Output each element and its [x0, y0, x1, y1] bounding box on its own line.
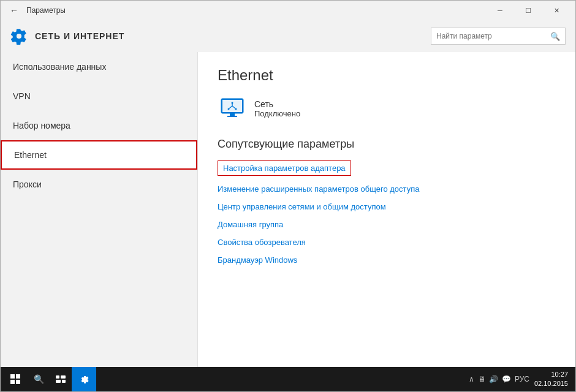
clock-time: 10:27: [534, 370, 568, 379]
tray-network-icon: 🖥: [478, 375, 485, 383]
back-button[interactable]: ←: [6, 2, 23, 19]
tray-arrow-icon[interactable]: ∧: [469, 375, 474, 383]
settings-taskbar-button[interactable]: [72, 367, 96, 391]
sidebar-item-label: Использование данных: [13, 62, 106, 72]
adapter-settings-link[interactable]: Настройка параметров адаптера: [218, 160, 351, 176]
network-status-row: Сеть Подключено: [218, 96, 556, 121]
clock-date: 02.10.2015: [534, 379, 568, 388]
sidebar-item-label: Прокси: [13, 179, 42, 189]
window: ← Параметры ─ ☐ ✕ СЕТЬ И ИНТЕРНЕТ 🔍 Испо…: [0, 0, 576, 392]
app-header: СЕТЬ И ИНТЕРНЕТ 🔍: [1, 20, 575, 52]
sidebar-item-ethernet[interactable]: Ethernet: [1, 140, 197, 170]
svg-rect-11: [16, 374, 20, 379]
page-title: Ethernet: [218, 67, 556, 84]
sidebar-item-data-usage[interactable]: Использование данных: [1, 52, 197, 81]
network-icon: [218, 96, 247, 121]
taskbar: 🔍 ∧ 🖥 🔊 💬 РУС 10:27 02.10.2015: [1, 367, 575, 391]
homegroup-link[interactable]: Домашняя группа: [218, 220, 556, 229]
search-icon: 🔍: [550, 32, 560, 41]
svg-rect-12: [10, 380, 15, 384]
sidebar-item-dial-up[interactable]: Набор номера: [1, 111, 197, 140]
firewall-link[interactable]: Брандмауэр Windows: [218, 255, 556, 265]
app-body: Использование данных VPN Набор номера Et…: [1, 52, 575, 367]
taskbar-search-button[interactable]: 🔍: [28, 367, 50, 391]
svg-rect-16: [56, 380, 61, 383]
search-input[interactable]: [436, 32, 550, 40]
network-status-text: Подключено: [254, 109, 300, 118]
browser-props-link[interactable]: Свойства обозревателя: [218, 238, 556, 247]
tray-language: РУС: [515, 375, 529, 383]
close-button[interactable]: ✕: [542, 1, 570, 20]
system-tray: ∧ 🖥 🔊 💬 РУС: [469, 375, 534, 383]
settings-icon: [10, 28, 28, 45]
sidebar-item-label: Ethernet: [14, 150, 47, 160]
content-area: Ethernet: [198, 52, 575, 367]
advanced-sharing-link[interactable]: Изменение расширенных параметров общего …: [218, 184, 556, 194]
svg-point-5: [232, 102, 233, 104]
title-bar: ← Параметры ─ ☐ ✕: [1, 1, 575, 20]
maximize-button[interactable]: ☐: [514, 1, 542, 20]
window-title: Параметры: [23, 6, 486, 15]
sidebar-item-vpn[interactable]: VPN: [1, 81, 197, 111]
network-name: Сеть: [254, 99, 300, 109]
related-settings-title: Сопутсвующие параметры: [218, 138, 556, 151]
svg-point-7: [228, 108, 230, 110]
network-info: Сеть Подключено: [254, 99, 300, 118]
sidebar: Использование данных VPN Набор номера Et…: [1, 52, 198, 367]
taskbar-taskview-button[interactable]: [50, 367, 72, 391]
search-box[interactable]: 🔍: [431, 28, 566, 45]
sidebar-item-label: VPN: [13, 91, 31, 101]
minimize-button[interactable]: ─: [486, 1, 514, 20]
svg-rect-2: [230, 113, 235, 116]
svg-rect-3: [227, 116, 237, 117]
app-title: СЕТЬ И ИНТЕРНЕТ: [35, 31, 431, 41]
taskbar-clock[interactable]: 10:27 02.10.2015: [534, 370, 573, 389]
window-controls: ─ ☐ ✕: [486, 1, 570, 20]
tray-volume-icon: 🔊: [489, 375, 498, 383]
svg-rect-13: [16, 380, 20, 384]
svg-rect-15: [61, 375, 66, 379]
network-center-link[interactable]: Центр управления сетями и общим доступом: [218, 202, 556, 211]
svg-rect-17: [62, 380, 66, 383]
sidebar-item-label: Набор номера: [13, 121, 70, 130]
svg-rect-14: [56, 375, 59, 379]
sidebar-item-proxy[interactable]: Прокси: [1, 170, 197, 199]
svg-point-9: [235, 108, 237, 110]
svg-rect-10: [10, 374, 15, 379]
start-button[interactable]: [3, 367, 28, 391]
tray-message-icon: 💬: [502, 375, 511, 383]
